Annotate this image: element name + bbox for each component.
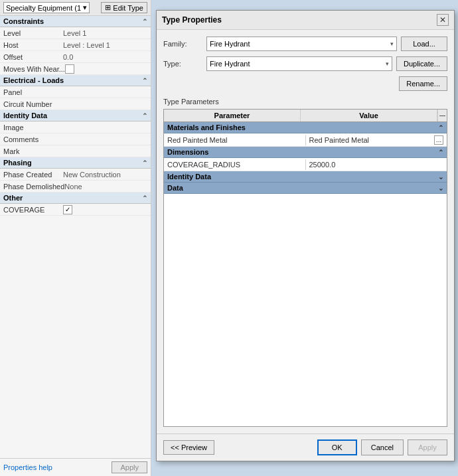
- phase-created-label: Phase Created: [3, 171, 63, 179]
- phase-demolished-value: None: [64, 183, 147, 191]
- section-data-label: Data: [167, 184, 183, 192]
- prop-mark: Mark: [0, 145, 151, 157]
- phasing-section-header[interactable]: Phasing ⌃: [0, 157, 151, 169]
- section-materials-arrow: ⌃: [438, 124, 443, 131]
- prop-coverage: COVERAGE ✓: [0, 204, 151, 216]
- other-section-header[interactable]: Other ⌃: [0, 193, 151, 204]
- col-header-parameter: Parameter: [164, 110, 301, 121]
- other-arrow: ⌃: [142, 195, 147, 202]
- prop-moves-with: Moves With Near...: [0, 63, 151, 75]
- type-arrow: ▾: [386, 60, 389, 67]
- panel-content: Constraints ⌃ Level Level 1 Host Level :…: [0, 16, 151, 458]
- comments-label: Comments: [3, 135, 63, 143]
- params-table: Parameter Value — Materials and Finishes…: [163, 109, 447, 427]
- family-row: Family: Fire Hydrant ▾ Load...: [163, 37, 447, 51]
- properties-panel: Specialty Equipment (1 ▾ ⊞ Edit Type Con…: [0, 0, 151, 476]
- image-label: Image: [3, 123, 63, 131]
- prop-offset: Offset 0.0: [0, 51, 151, 63]
- section-identity-label: Identity Data: [167, 173, 211, 181]
- prop-phase-created: Phase Created New Construction: [0, 169, 151, 181]
- param-red-painted-name: Red Painted Metal: [164, 135, 306, 145]
- circuit-label: Circuit Number: [3, 100, 63, 108]
- panel-apply-button[interactable]: Apply: [112, 461, 147, 473]
- prop-circuit: Circuit Number: [0, 98, 151, 110]
- param-coverage-radius-text: 25000.0: [309, 161, 336, 169]
- phase-created-value: New Construction: [63, 171, 147, 179]
- dialog-footer: << Preview OK Cancel Apply: [157, 434, 454, 461]
- coverage-checkbox[interactable]: ✓: [63, 205, 72, 214]
- host-label: Host: [3, 41, 63, 49]
- prop-comments: Comments: [0, 133, 151, 145]
- param-red-painted-button[interactable]: …: [434, 135, 443, 145]
- apply-button[interactable]: Apply: [408, 439, 447, 455]
- host-value: Level : Level 1: [63, 41, 147, 49]
- identity-arrow: ⌃: [142, 112, 147, 119]
- dropdown-arrow: ▾: [83, 3, 87, 12]
- level-label: Level: [3, 29, 63, 37]
- dialog-close-button[interactable]: ✕: [437, 14, 449, 26]
- prop-panel: Panel: [0, 86, 151, 98]
- prop-phase-demolished: Phase Demolished None: [0, 181, 151, 193]
- specialty-equipment-dropdown[interactable]: Specialty Equipment (1 ▾: [3, 2, 90, 13]
- mark-label: Mark: [3, 147, 63, 155]
- type-value: Fire Hydrant: [210, 60, 250, 68]
- level-value: Level 1: [63, 29, 147, 37]
- family-value: Fire Hydrant: [210, 40, 250, 48]
- identity-section-header[interactable]: Identity Data ⌃: [0, 110, 151, 121]
- load-button[interactable]: Load...: [401, 37, 447, 51]
- section-materials-label: Materials and Finishes: [167, 123, 246, 131]
- rename-button[interactable]: Rename...: [399, 76, 447, 91]
- family-arrow: ▾: [390, 40, 394, 47]
- duplicate-button[interactable]: Duplicate...: [396, 56, 447, 71]
- col-header-icon: —: [437, 110, 447, 121]
- cancel-button[interactable]: Cancel: [361, 439, 404, 455]
- table-header: Parameter Value —: [164, 110, 447, 122]
- edit-type-button[interactable]: ⊞ Edit Type: [101, 2, 147, 13]
- family-dropdown[interactable]: Fire Hydrant ▾: [206, 37, 397, 51]
- section-materials[interactable]: Materials and Finishes ⌃: [164, 122, 447, 133]
- ok-button[interactable]: OK: [317, 439, 357, 455]
- section-identity[interactable]: Identity Data ⌄: [164, 171, 447, 183]
- type-dropdown[interactable]: Fire Hydrant ▾: [206, 56, 392, 71]
- electrical-arrow: ⌃: [142, 77, 147, 84]
- panel-header: Specialty Equipment (1 ▾ ⊞ Edit Type: [0, 0, 151, 16]
- electrical-label: Electrical - Loads: [3, 76, 64, 84]
- prop-host: Host Level : Level 1: [0, 39, 151, 51]
- param-red-painted-value[interactable]: Red Painted Metal …: [306, 134, 447, 146]
- constraints-arrow: ⌃: [142, 18, 147, 25]
- identity-label: Identity Data: [3, 112, 47, 119]
- section-identity-arrow: ⌄: [438, 173, 443, 181]
- offset-value: 0.0: [63, 53, 147, 61]
- table-body: Materials and Finishes ⌃ Red Painted Met…: [164, 122, 447, 426]
- offset-label: Offset: [3, 53, 63, 61]
- other-label: Other: [3, 194, 23, 202]
- type-properties-dialog: Type Properties ✕ Family: Fire Hydrant ▾…: [156, 10, 455, 461]
- dialog-body: Family: Fire Hydrant ▾ Load... Type: Fir…: [157, 30, 454, 434]
- section-dimensions[interactable]: Dimensions ⌃: [164, 147, 447, 158]
- constraints-section-header[interactable]: Constraints ⌃: [0, 16, 151, 27]
- dropdown-label: Specialty Equipment (1: [6, 4, 81, 12]
- dialog-titlebar: Type Properties ✕: [157, 11, 454, 30]
- rename-row: Rename...: [163, 76, 447, 91]
- moves-with-label: Moves With Near...: [3, 65, 65, 73]
- param-coverage-radius-value[interactable]: 25000.0: [306, 159, 447, 170]
- col-header-value: Value: [301, 110, 437, 121]
- phase-demolished-label: Phase Demolished: [3, 183, 64, 191]
- panel-label: Panel: [3, 88, 63, 96]
- properties-help-link[interactable]: Properties help: [3, 463, 52, 471]
- type-params-label: Type Parameters: [163, 98, 447, 106]
- dialog-title: Type Properties: [162, 15, 222, 25]
- footer-buttons: OK Cancel Apply: [317, 439, 447, 455]
- section-dimensions-label: Dimensions: [167, 148, 208, 156]
- section-data[interactable]: Data ⌄: [164, 183, 447, 194]
- panel-footer: Properties help Apply: [0, 458, 151, 476]
- panel-header-left: Specialty Equipment (1 ▾: [3, 2, 90, 13]
- family-label: Family:: [163, 40, 206, 48]
- moves-with-checkbox[interactable]: [65, 64, 74, 74]
- phasing-label: Phasing: [3, 159, 32, 167]
- type-row: Type: Fire Hydrant ▾ Duplicate...: [163, 56, 447, 71]
- constraints-label: Constraints: [3, 17, 44, 25]
- prop-level: Level Level 1: [0, 27, 151, 39]
- preview-button[interactable]: << Preview: [163, 440, 214, 455]
- electrical-section-header[interactable]: Electrical - Loads ⌃: [0, 75, 151, 86]
